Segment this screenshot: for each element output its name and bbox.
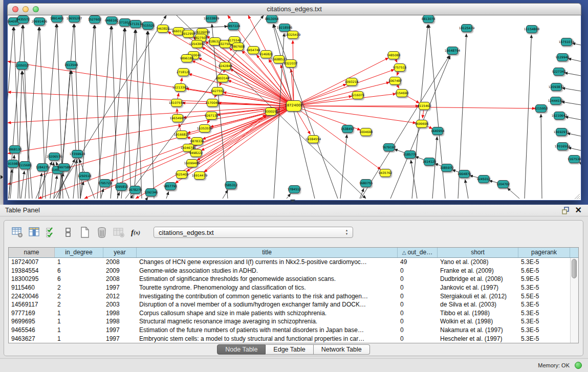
column-header-year[interactable]: year — [103, 248, 137, 257]
column-header-short[interactable]: short — [438, 248, 518, 257]
table-cell[interactable]: Disruption of a novel member of a sodium… — [137, 301, 398, 308]
table-cell[interactable]: 5.3E-5 — [518, 310, 570, 317]
vertical-scrollbar[interactable] — [570, 258, 578, 343]
table-cell[interactable]: 0 — [398, 301, 438, 308]
graph-node[interactable]: 3215953 — [535, 104, 547, 113]
graph-node[interactable]: 6466160 — [106, 16, 117, 25]
graph-node[interactable]: 18300295 — [265, 107, 276, 116]
table-cell[interactable]: 1997 — [103, 284, 137, 291]
column-header-out_de[interactable]: △out_de… — [398, 248, 438, 257]
row-height-icon[interactable] — [61, 225, 75, 239]
graph-node[interactable]: 10655287 — [69, 15, 80, 23]
graph-node[interactable]: 2803144 — [217, 74, 228, 82]
table-row[interactable]: 1456911722003Disruption of a novel membe… — [9, 300, 578, 309]
table-cell[interactable]: 9465546 — [9, 326, 55, 334]
table-cell[interactable]: 9463627 — [9, 335, 55, 342]
graph-node[interactable]: 9498222 — [190, 149, 202, 157]
graph-node[interactable]: 9227343 — [553, 68, 564, 76]
network-canvas[interactable]: 1640998843557220691406189140510655287152… — [8, 15, 581, 200]
graph-node[interactable]: 9185776 — [404, 150, 416, 159]
graph-hub-node[interactable]: 18724007 — [286, 100, 301, 112]
graph-node[interactable]: 1640954 — [432, 127, 443, 135]
table-cell[interactable]: Investigating the contribution of common… — [137, 293, 398, 300]
graph-node[interactable]: 17359928 — [72, 150, 83, 158]
table-cell[interactable]: Corpus callosum shape and size in male p… — [137, 310, 398, 317]
graph-node[interactable]: 7857224 — [228, 22, 239, 30]
graph-node[interactable]: 16210643 — [554, 112, 565, 120]
graph-node[interactable]: 8454749 — [248, 46, 259, 54]
function-builder-icon[interactable]: f(x) — [128, 225, 143, 239]
graph-node[interactable]: 15688520 — [273, 55, 285, 63]
table-cell[interactable]: 1998 — [103, 310, 137, 317]
table-cell[interactable]: 18300295 — [9, 275, 55, 282]
table-cell[interactable]: 5.3E-5 — [518, 335, 570, 342]
graph-node[interactable]: 8435572 — [17, 15, 29, 24]
graph-node[interactable]: 1067487 — [389, 77, 401, 85]
table-cell[interactable]: 1 — [55, 326, 103, 334]
graph-node[interactable]: 7625402 — [176, 170, 187, 179]
table-cell[interactable]: 5.9E-5 — [518, 275, 570, 282]
table-row[interactable]: 977716911998Corpus callosum shape and si… — [9, 309, 578, 318]
table-cell[interactable]: 9777169 — [9, 310, 55, 317]
table-cell[interactable]: 14569117 — [9, 301, 55, 308]
graph-node[interactable]: 3915987 — [8, 160, 18, 168]
graph-node[interactable]: 1891405 — [51, 15, 62, 23]
graph-node[interactable]: 2867608 — [232, 42, 244, 51]
graph-node[interactable]: 1095810 — [116, 183, 127, 191]
graph-node[interactable]: 1485083 — [388, 51, 399, 59]
table-cell[interactable]: 0 — [398, 318, 438, 325]
table-cell[interactable]: 1997 — [103, 326, 137, 334]
graph-node[interactable]: 1115681 — [19, 161, 31, 169]
graph-node[interactable]: 9129946 — [557, 53, 568, 61]
graph-node[interactable]: 8427552 — [212, 87, 223, 95]
graph-node[interactable]: 16099489 — [186, 159, 198, 167]
graph-node[interactable]: 1527602 — [89, 15, 100, 24]
table-cell[interactable]: Dudbridge et al. (2008) — [438, 275, 518, 282]
graph-node[interactable]: 19166827 — [176, 130, 187, 139]
show-columns-icon[interactable] — [27, 225, 41, 239]
graph-node[interactable]: 2205010 — [16, 61, 28, 70]
graph-node[interactable]: 9997588 — [58, 163, 70, 171]
table-cell[interactable]: 5.3E-5 — [518, 318, 570, 325]
graph-node[interactable]: 1680755 — [360, 179, 372, 187]
graph-node[interactable]: 9115460 — [419, 102, 430, 110]
table-cell[interactable]: 1 — [55, 310, 103, 317]
graph-node[interactable]: 7515526 — [142, 21, 154, 30]
table-cell[interactable]: 2003 — [103, 301, 137, 308]
table-row[interactable]: 1938455462009Genome-wide association stu… — [9, 267, 578, 275]
graph-node[interactable]: 1513544 — [66, 61, 77, 69]
table-cell[interactable]: 0 — [398, 275, 438, 282]
table-cell[interactable]: Estimation of significance thresholds fo… — [137, 275, 398, 282]
graph-node[interactable]: 1154690 — [396, 89, 407, 97]
resize-grip-icon[interactable] — [574, 193, 580, 200]
graph-node[interactable]: 1167534 — [569, 155, 580, 163]
table-row[interactable]: 911546021997Tourette syndrome. Phenomeno… — [9, 283, 578, 292]
table-cell[interactable]: 2 — [55, 301, 103, 308]
graph-node[interactable]: 8322037 — [285, 59, 296, 68]
graph-node[interactable]: 9757515 — [394, 63, 405, 72]
graph-node[interactable]: 1664879 — [459, 170, 470, 178]
table-cell[interactable]: 0 — [398, 267, 438, 274]
graph-node[interactable]: 1784512 — [289, 185, 300, 193]
table-cell[interactable]: 1 — [55, 318, 103, 325]
zoom-window-button[interactable] — [33, 6, 39, 12]
graph-node[interactable]: 9896185 — [181, 54, 192, 62]
table-cell[interactable]: Changes of HCN gene expression and I(f) … — [137, 258, 398, 266]
table-cell[interactable]: 5.3E-5 — [518, 326, 570, 334]
table-cell[interactable]: 1998 — [103, 318, 137, 325]
table-cell[interactable]: 9115460 — [9, 284, 55, 291]
table-cell[interactable]: Nakamura et al. (1997) — [438, 326, 518, 334]
table-cell[interactable]: Tourette syndrome. Phenomenology and cla… — [137, 284, 398, 291]
delete-entries-icon[interactable] — [95, 225, 109, 239]
graph-node[interactable]: 9242848 — [220, 62, 231, 70]
graph-node[interactable]: 12444159 — [550, 97, 561, 105]
graph-node[interactable]: 11154808 — [526, 25, 537, 33]
graph-node[interactable]: 1868130 — [9, 145, 20, 154]
table-cell[interactable]: 2012 — [103, 293, 137, 300]
graph-node[interactable]: 18107554 — [171, 99, 182, 107]
graph-node[interactable]: 1284275 — [37, 163, 48, 171]
split-pane-collapse-icon[interactable] — [290, 200, 295, 203]
graph-node[interactable]: 9146821 — [260, 50, 272, 58]
table-cell[interactable]: Tibbo et al. (1998) — [438, 310, 518, 317]
graph-node[interactable]: 2718126 — [178, 68, 189, 76]
